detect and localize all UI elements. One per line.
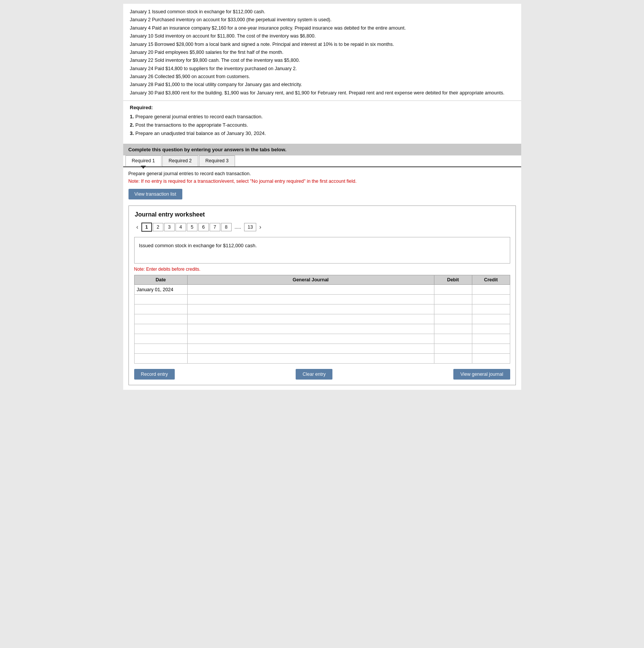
required-title: Required: bbox=[130, 105, 514, 110]
instruction-bar-text: Complete this question by entering your … bbox=[128, 147, 287, 152]
page-number-1[interactable]: 1 bbox=[141, 223, 152, 232]
transaction-item: January 2 Purchased inventory on account… bbox=[130, 16, 514, 24]
journal-credit-cell[interactable] bbox=[472, 285, 510, 295]
journal-date-input[interactable] bbox=[137, 307, 185, 312]
required-item: 1. Prepare general journal entries to re… bbox=[130, 113, 514, 121]
journal-date-input[interactable] bbox=[137, 356, 185, 361]
journal-date-input[interactable] bbox=[137, 346, 185, 351]
journal-credit-cell[interactable] bbox=[472, 314, 510, 324]
table-row bbox=[134, 324, 510, 334]
journal-debit-input[interactable] bbox=[437, 346, 470, 351]
journal-account-input[interactable] bbox=[190, 287, 432, 292]
journal-credit-cell[interactable] bbox=[472, 324, 510, 334]
journal-debit-cell[interactable] bbox=[434, 314, 472, 324]
journal-credit-input[interactable] bbox=[475, 317, 508, 322]
tab-content-area: Prepare general journal entries to recor… bbox=[123, 167, 521, 390]
journal-account-input[interactable] bbox=[190, 297, 432, 302]
page-number-7[interactable]: 7 bbox=[210, 223, 220, 231]
journal-debit-input[interactable] bbox=[437, 356, 470, 361]
journal-date-input[interactable] bbox=[137, 326, 185, 332]
journal-account-input[interactable] bbox=[190, 307, 432, 312]
col-header-date: Date bbox=[134, 275, 187, 285]
page-number-3[interactable]: 3 bbox=[164, 223, 175, 231]
journal-debit-input[interactable] bbox=[437, 326, 470, 332]
clear-entry-button[interactable]: Clear entry bbox=[296, 369, 332, 380]
journal-account-cell[interactable] bbox=[187, 295, 434, 304]
page-number-2[interactable]: 2 bbox=[153, 223, 163, 231]
table-row bbox=[134, 344, 510, 354]
view-transaction-button[interactable]: View transaction list bbox=[128, 189, 182, 199]
record-entry-button[interactable]: Record entry bbox=[134, 369, 175, 380]
journal-credit-input[interactable] bbox=[475, 346, 508, 351]
journal-debit-cell[interactable] bbox=[434, 295, 472, 304]
journal-account-cell[interactable] bbox=[187, 334, 434, 344]
journal-debit-cell[interactable] bbox=[434, 324, 472, 334]
journal-account-cell[interactable] bbox=[187, 304, 434, 314]
journal-table: Date General Journal Debit Credit bbox=[134, 275, 510, 364]
tab-main-instruction: Prepare general journal entries to recor… bbox=[128, 171, 251, 176]
worksheet-box: Journal entry worksheet ‹ 12345678.....1… bbox=[128, 206, 516, 385]
journal-account-cell[interactable] bbox=[187, 285, 434, 295]
tab-instructions: Prepare general journal entries to recor… bbox=[128, 170, 516, 185]
tab-req1[interactable]: Required 1 bbox=[125, 155, 161, 166]
page-number-5[interactable]: 5 bbox=[187, 223, 197, 231]
journal-debit-cell[interactable] bbox=[434, 304, 472, 314]
journal-debit-input[interactable] bbox=[437, 287, 470, 292]
journal-date-input[interactable] bbox=[137, 297, 185, 302]
journal-account-cell[interactable] bbox=[187, 324, 434, 334]
pagination-row: ‹ 12345678.....13 › bbox=[129, 221, 516, 235]
journal-account-input[interactable] bbox=[190, 326, 432, 332]
transaction-item: January 20 Paid employees $5,800 salarie… bbox=[130, 49, 514, 56]
journal-date-cell[interactable] bbox=[134, 285, 187, 295]
tab-req2[interactable]: Required 2 bbox=[162, 155, 198, 166]
prev-page-arrow[interactable]: ‹ bbox=[134, 223, 141, 231]
journal-credit-cell[interactable] bbox=[472, 344, 510, 354]
journal-debit-cell[interactable] bbox=[434, 334, 472, 344]
required-item: 3. Prepare an unadjusted trial balance a… bbox=[130, 129, 514, 138]
journal-credit-cell[interactable] bbox=[472, 334, 510, 344]
journal-credit-input[interactable] bbox=[475, 287, 508, 292]
page-number-6[interactable]: 6 bbox=[198, 223, 209, 231]
required-section: Required: 1. Prepare general journal ent… bbox=[123, 101, 521, 141]
journal-credit-input[interactable] bbox=[475, 297, 508, 302]
journal-debit-input[interactable] bbox=[437, 336, 470, 342]
journal-credit-input[interactable] bbox=[475, 336, 508, 342]
journal-debit-cell[interactable] bbox=[434, 344, 472, 354]
journal-account-input[interactable] bbox=[190, 346, 432, 351]
journal-account-input[interactable] bbox=[190, 317, 432, 322]
page-number-4[interactable]: 4 bbox=[175, 223, 186, 231]
journal-credit-input[interactable] bbox=[475, 326, 508, 332]
journal-account-input[interactable] bbox=[190, 336, 432, 342]
journal-credit-cell[interactable] bbox=[472, 295, 510, 304]
journal-account-cell[interactable] bbox=[187, 354, 434, 364]
journal-debit-input[interactable] bbox=[437, 307, 470, 312]
journal-date-cell[interactable] bbox=[134, 344, 187, 354]
tab-req3[interactable]: Required 3 bbox=[199, 155, 235, 166]
pagination-container: 12345678.....13 bbox=[141, 223, 256, 232]
journal-date-cell[interactable] bbox=[134, 354, 187, 364]
journal-date-cell[interactable] bbox=[134, 295, 187, 304]
journal-debit-cell[interactable] bbox=[434, 285, 472, 295]
journal-credit-input[interactable] bbox=[475, 356, 508, 361]
journal-credit-cell[interactable] bbox=[472, 354, 510, 364]
journal-credit-cell[interactable] bbox=[472, 304, 510, 314]
journal-account-input[interactable] bbox=[190, 356, 432, 361]
journal-debit-cell[interactable] bbox=[434, 354, 472, 364]
page-number-13[interactable]: 13 bbox=[244, 223, 256, 231]
journal-date-cell[interactable] bbox=[134, 324, 187, 334]
journal-debit-input[interactable] bbox=[437, 297, 470, 302]
journal-date-cell[interactable] bbox=[134, 304, 187, 314]
next-page-arrow[interactable]: › bbox=[257, 223, 263, 231]
journal-account-cell[interactable] bbox=[187, 314, 434, 324]
page-number-8[interactable]: 8 bbox=[221, 223, 232, 231]
view-general-journal-button[interactable]: View general journal bbox=[453, 369, 510, 380]
journal-date-input[interactable] bbox=[137, 336, 185, 342]
journal-date-cell[interactable] bbox=[134, 314, 187, 324]
journal-date-input[interactable] bbox=[137, 287, 185, 292]
transaction-description-box: Issued common stock in exchange for $112… bbox=[134, 237, 510, 264]
journal-date-cell[interactable] bbox=[134, 334, 187, 344]
journal-credit-input[interactable] bbox=[475, 307, 508, 312]
journal-debit-input[interactable] bbox=[437, 317, 470, 322]
journal-date-input[interactable] bbox=[137, 317, 185, 322]
journal-account-cell[interactable] bbox=[187, 344, 434, 354]
